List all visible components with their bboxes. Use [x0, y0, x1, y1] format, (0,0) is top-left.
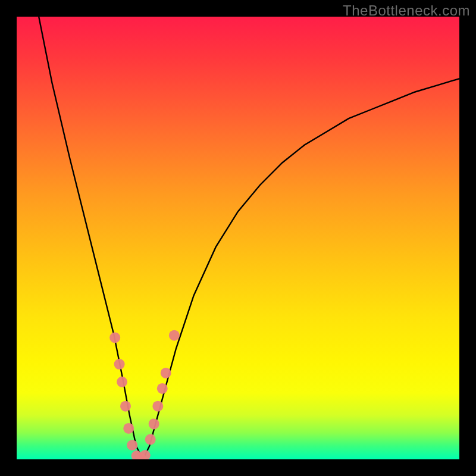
data-marker — [149, 418, 159, 429]
chart-svg — [17, 17, 459, 459]
data-marker — [169, 330, 180, 341]
plot-area — [17, 17, 459, 459]
bottleneck-curve — [39, 17, 459, 459]
marker-group — [109, 330, 180, 459]
data-marker — [114, 359, 125, 369]
data-marker — [161, 368, 171, 378]
data-marker — [109, 332, 120, 343]
data-marker — [117, 377, 127, 387]
chart-frame: TheBottleneck.com — [0, 0, 476, 476]
data-marker — [145, 434, 156, 445]
data-marker — [127, 440, 137, 450]
data-marker — [120, 401, 131, 412]
data-marker — [152, 401, 163, 412]
data-marker — [123, 423, 134, 434]
data-marker — [140, 450, 151, 459]
watermark-text: TheBottleneck.com — [343, 2, 470, 19]
data-marker — [157, 383, 168, 394]
